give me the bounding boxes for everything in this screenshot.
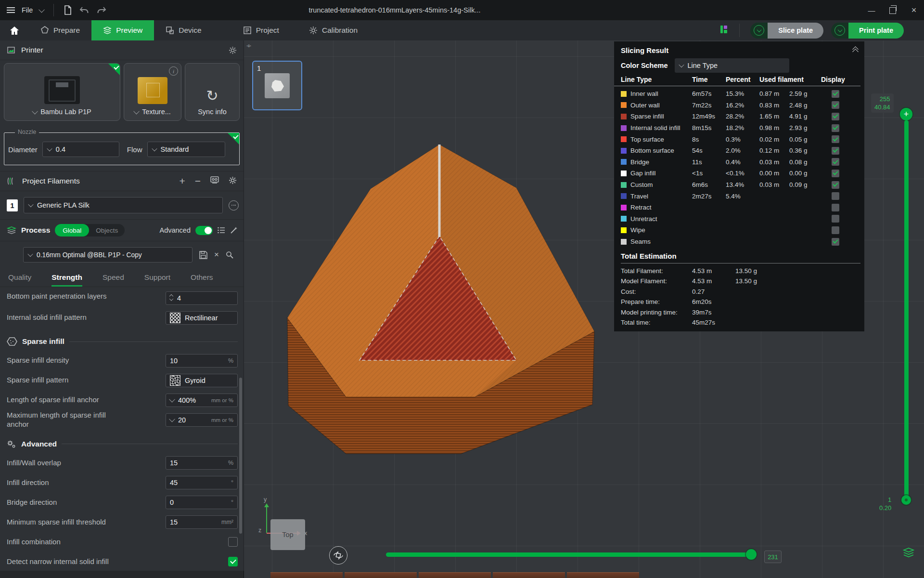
total-row: Cost:0.27	[614, 286, 864, 297]
display-checkbox-wipe[interactable]	[832, 226, 839, 234]
build-plate-card[interactable]: i Texture...	[124, 63, 181, 121]
param-input-sparse-infill-density[interactable]: 10%	[166, 354, 238, 368]
display-checkbox-unretract[interactable]	[832, 215, 839, 223]
param-select-maximum-length-of-sparse-infill-anchor[interactable]: 20mm or %	[166, 413, 238, 427]
step-down-icon[interactable]	[169, 297, 173, 301]
line-type-percent: 5.4%	[726, 193, 759, 200]
undo-icon[interactable]	[79, 6, 90, 14]
process-tab-quality[interactable]: Quality	[8, 270, 31, 287]
process-tab-others[interactable]: Others	[191, 270, 213, 287]
viewport-3d[interactable]: ◃▹ 1	[244, 40, 924, 578]
tab-prepare[interactable]: Prepare	[29, 20, 91, 40]
printer-model-card[interactable]: Bambu Lab P1P	[4, 63, 120, 121]
total-label: Model Filament:	[621, 277, 692, 285]
layer-slider-bottom-handle[interactable]	[901, 495, 911, 505]
plate-thumbnail[interactable]: 1	[252, 61, 302, 110]
param-row: Bottom paint penetration layers4	[7, 288, 238, 308]
display-checkbox-outer-wall[interactable]	[832, 101, 839, 109]
color-scheme-select[interactable]: Line Type	[675, 58, 789, 73]
search-settings-icon[interactable]	[226, 251, 233, 259]
nozzle-diameter-select[interactable]: 0.4	[42, 142, 119, 157]
display-checkbox-internal-solid-infill[interactable]	[832, 124, 839, 132]
slice-options-chevron-icon[interactable]	[750, 23, 768, 39]
menu-icon[interactable]	[7, 7, 15, 13]
param-checkbox-detect-narrow-internal-solid-infill[interactable]	[228, 557, 238, 566]
layer-slider-top-handle[interactable]: +	[900, 108, 912, 120]
file-menu[interactable]: File	[22, 6, 33, 14]
settings-list-icon[interactable]	[218, 227, 225, 234]
param-checkbox-infill-combination[interactable]	[228, 537, 238, 547]
minimize-button[interactable]: —	[867, 6, 876, 14]
process-tab-support[interactable]: Support	[144, 270, 170, 287]
param-select-length-of-sparse-infill-anchor[interactable]: 400%mm or %	[166, 394, 238, 407]
total-label: Total Filament:	[621, 267, 692, 275]
display-checkbox-sparse-infill[interactable]	[832, 113, 839, 120]
sliced-model[interactable]	[270, 125, 616, 462]
param-pattern-sparse-infill-pattern[interactable]: Gyroid	[166, 374, 238, 387]
param-input-infill-direction[interactable]: 45°	[166, 476, 238, 489]
tune-wand-icon[interactable]	[230, 226, 238, 234]
collapse-sidebar-icon[interactable]: ◃▹	[246, 42, 251, 49]
save-file-icon[interactable]	[64, 5, 72, 15]
tab-calibration[interactable]: Calibration	[297, 20, 369, 40]
param-pattern-internal-solid-infill-pattern[interactable]: Rectilinear	[166, 311, 238, 325]
delete-preset-icon[interactable]: ×	[214, 250, 219, 260]
file-menu-chevron-icon[interactable]	[39, 6, 45, 13]
scope-global[interactable]: Global	[55, 224, 89, 236]
display-checkbox-top-surface[interactable]	[832, 135, 839, 143]
process-preset-select[interactable]: 0.16mm Optimal @BBL P1P - Copy	[23, 247, 192, 263]
slice-plate-button[interactable]: Slice plate	[750, 23, 823, 39]
plate-info-icon[interactable]: i	[169, 66, 178, 76]
tab-device[interactable]: Device	[154, 20, 213, 40]
display-checkbox-bridge[interactable]	[832, 158, 839, 166]
display-checkbox-gap-infill[interactable]	[832, 170, 839, 177]
plate-indicator-icon[interactable]	[719, 25, 729, 36]
scope-objects[interactable]: Objects	[89, 227, 125, 234]
view-orientation-box[interactable]: Top	[270, 519, 305, 550]
param-input-infill-wall-overlap[interactable]: 15%	[166, 456, 238, 470]
layers-view-icon[interactable]	[902, 547, 915, 560]
sidebar-scrollbar[interactable]	[239, 378, 242, 534]
display-checkbox-bottom-surface[interactable]	[832, 147, 839, 155]
printer-settings-gear-icon[interactable]	[229, 46, 237, 54]
stepper-arrows-icon[interactable]	[170, 295, 173, 301]
display-checkbox-custom[interactable]	[832, 181, 839, 189]
process-tab-speed[interactable]: Speed	[103, 270, 124, 287]
orbit-view-button[interactable]	[329, 546, 347, 565]
printer-select-chevron-icon[interactable]	[32, 108, 38, 114]
tab-preview[interactable]: Preview	[91, 20, 154, 40]
filament-select[interactable]: Generic PLA Silk	[24, 197, 223, 213]
sync-info-card[interactable]: ↻ Sync info	[185, 63, 240, 121]
layer-slider-track[interactable]	[904, 120, 909, 500]
step-slider[interactable]	[386, 552, 753, 557]
print-plate-button[interactable]: Print plate	[831, 23, 904, 39]
redo-icon[interactable]	[96, 6, 107, 14]
add-filament-button[interactable]: +	[179, 176, 185, 186]
param-stepper-bottom-paint-penetration-layers[interactable]: 4	[166, 291, 238, 305]
remove-filament-button[interactable]: −	[195, 176, 201, 186]
close-button[interactable]: ×	[910, 6, 918, 14]
filament-edit-icon[interactable]	[229, 200, 239, 210]
nozzle-flow-select[interactable]: Standard	[147, 142, 225, 157]
filament-settings-gear-icon[interactable]	[229, 176, 237, 186]
step-slider-handle[interactable]	[746, 549, 757, 560]
param-input-bridge-direction[interactable]: 0°	[166, 496, 238, 509]
display-checkbox-inner-wall[interactable]	[832, 90, 839, 98]
display-checkbox-retract[interactable]	[832, 204, 839, 211]
param-input-minimum-sparse-infill-threshold[interactable]: 15mm²	[166, 515, 238, 529]
tab-project[interactable]: Project	[231, 20, 291, 40]
display-checkbox-travel[interactable]	[832, 192, 839, 200]
save-preset-icon[interactable]	[199, 251, 207, 259]
collapse-panel-icon[interactable]	[853, 47, 858, 54]
display-checkbox-seams[interactable]	[832, 238, 839, 246]
process-scope-toggle[interactable]: Global Objects	[55, 224, 125, 236]
home-button[interactable]	[0, 26, 29, 35]
process-tab-strength[interactable]: Strength	[51, 270, 82, 287]
advanced-toggle[interactable]	[195, 226, 213, 235]
plate-select-chevron-icon[interactable]	[133, 108, 140, 114]
ams-sync-icon[interactable]	[210, 176, 219, 186]
maximize-button[interactable]	[888, 6, 897, 14]
param-row: Minimum sparse infill threshold15mm²	[7, 512, 238, 532]
line-type-length: 0.83 m	[759, 102, 789, 109]
print-options-chevron-icon[interactable]	[831, 23, 848, 39]
